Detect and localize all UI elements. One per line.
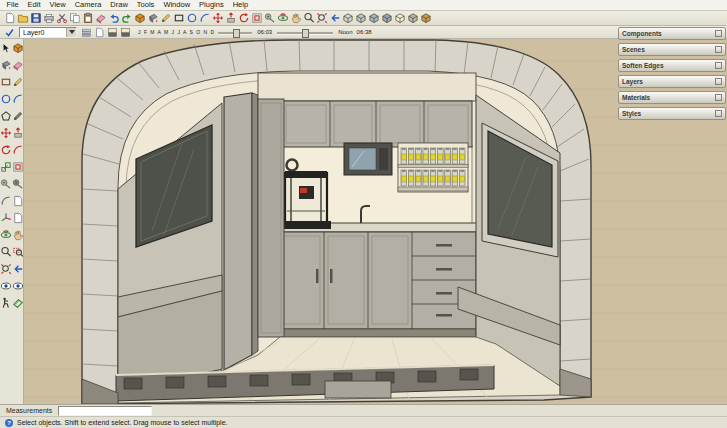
tray-expand-icon[interactable] [715, 30, 722, 37]
print-icon[interactable] [42, 12, 55, 25]
tray-expand-icon[interactable] [715, 110, 722, 117]
menu-view[interactable]: View [45, 0, 70, 10]
microwave[interactable] [344, 143, 392, 175]
dimension-icon[interactable] [12, 177, 25, 190]
tray-expand-icon[interactable] [715, 94, 722, 101]
galley-kitchen[interactable] [258, 73, 484, 337]
move-icon[interactable] [211, 12, 224, 25]
offset-icon[interactable] [250, 12, 263, 25]
tray-components[interactable]: Components [618, 27, 726, 40]
line-icon[interactable] [12, 75, 25, 88]
dropdown-arrow-icon[interactable] [66, 28, 76, 37]
active-layer-check-icon[interactable] [3, 26, 16, 39]
zoom-extents-icon[interactable] [315, 12, 328, 25]
make-component-icon[interactable] [133, 12, 146, 25]
shadow-toggle-icon[interactable] [119, 26, 132, 39]
view-iso-icon[interactable] [341, 12, 354, 25]
line-icon[interactable] [159, 12, 172, 25]
make-component-icon[interactable] [12, 41, 25, 54]
layer-dropdown[interactable]: Layer0 [19, 27, 77, 38]
menu-edit[interactable]: Edit [23, 0, 45, 10]
arc-icon[interactable] [12, 92, 25, 105]
lower-cabinets[interactable] [280, 232, 476, 337]
zoom-icon[interactable] [302, 12, 315, 25]
add-layer-icon[interactable] [93, 26, 106, 39]
tall-cabinet[interactable] [258, 99, 284, 337]
date-slider-thumb[interactable] [233, 29, 240, 38]
menu-tools[interactable]: Tools [132, 0, 159, 10]
tray-materials[interactable]: Materials [618, 91, 726, 104]
tape-measure-icon[interactable] [263, 12, 276, 25]
tray-label: Styles [622, 110, 715, 117]
orbit-icon[interactable] [276, 12, 289, 25]
3d-text-icon[interactable] [12, 211, 25, 224]
camper-model[interactable] [82, 40, 591, 404]
look-around-icon[interactable] [12, 279, 25, 292]
push-pull-icon[interactable] [224, 12, 237, 25]
save-icon[interactable] [29, 12, 42, 25]
style-textured-icon[interactable] [419, 12, 432, 25]
rectangle-icon[interactable] [172, 12, 185, 25]
previous-view-icon[interactable] [328, 12, 341, 25]
style-shaded-icon[interactable] [406, 12, 419, 25]
follow-me-icon[interactable] [12, 143, 25, 156]
menu-window[interactable]: Window [159, 0, 195, 10]
tray-scenes[interactable]: Scenes [618, 43, 726, 56]
measurements-bar: Measurements [0, 404, 727, 416]
rotate-icon[interactable] [237, 12, 250, 25]
tray-label: Soften Edges [622, 62, 715, 69]
spice-rack[interactable] [398, 143, 468, 192]
style-wireframe-icon[interactable] [393, 12, 406, 25]
shadow-time-start: 06:03 [257, 29, 272, 35]
menu-bar: FileEditViewCameraDrawToolsWindowPlugins… [0, 0, 727, 11]
tray-styles[interactable]: Styles [618, 107, 726, 120]
shadow-date-slider[interactable] [218, 28, 252, 37]
menu-camera[interactable]: Camera [70, 0, 106, 10]
tray-panel: ComponentsScenesSoften EdgesLayersMateri… [618, 27, 726, 120]
layer-manager-icon[interactable] [80, 26, 93, 39]
push-pull-icon[interactable] [12, 126, 25, 139]
tray-soften-edges[interactable]: Soften Edges [618, 59, 726, 72]
offset-icon[interactable] [12, 160, 25, 173]
paint-bucket-icon[interactable] [146, 12, 159, 25]
undo-icon[interactable] [107, 12, 120, 25]
view-right-icon[interactable] [380, 12, 393, 25]
partition-wall[interactable] [224, 93, 258, 370]
section-plane-icon[interactable] [12, 296, 25, 309]
copy-icon[interactable] [68, 12, 81, 25]
paste-icon[interactable] [81, 12, 94, 25]
pan-icon[interactable] [12, 228, 25, 241]
cut-icon[interactable] [55, 12, 68, 25]
menu-file[interactable]: File [2, 0, 23, 10]
tray-layers[interactable]: Layers [618, 75, 726, 88]
time-slider-thumb[interactable] [302, 29, 309, 38]
menu-draw[interactable]: Draw [106, 0, 133, 10]
shadow-settings-icon[interactable] [106, 26, 119, 39]
measurements-input[interactable] [58, 406, 152, 416]
view-top-icon[interactable] [354, 12, 367, 25]
tray-expand-icon[interactable] [715, 78, 722, 85]
freehand-icon[interactable] [12, 109, 25, 122]
new-icon[interactable] [3, 12, 16, 25]
shadow-time-slider[interactable] [277, 28, 333, 37]
open-icon[interactable] [16, 12, 29, 25]
circle-icon[interactable] [185, 12, 198, 25]
redo-icon[interactable] [120, 12, 133, 25]
eraser-icon[interactable] [12, 58, 25, 71]
menu-plugins[interactable]: Plugins [195, 0, 229, 10]
menu-help[interactable]: Help [228, 0, 252, 10]
tray-expand-icon[interactable] [715, 46, 722, 53]
help-icon[interactable]: ? [5, 419, 13, 427]
standard-toolbar [0, 11, 727, 26]
zoom-window-icon[interactable] [12, 245, 25, 258]
arc-icon[interactable] [198, 12, 211, 25]
text-icon[interactable] [12, 194, 25, 207]
view-front-icon[interactable] [367, 12, 380, 25]
previous-view-icon[interactable] [12, 262, 25, 275]
shadow-time-end: 06:38 [357, 29, 372, 35]
eraser-icon[interactable] [94, 12, 107, 25]
tray-expand-icon[interactable] [715, 62, 722, 69]
tray-label: Scenes [622, 46, 715, 53]
pan-icon[interactable] [289, 12, 302, 25]
upper-cabinets[interactable] [282, 101, 472, 147]
